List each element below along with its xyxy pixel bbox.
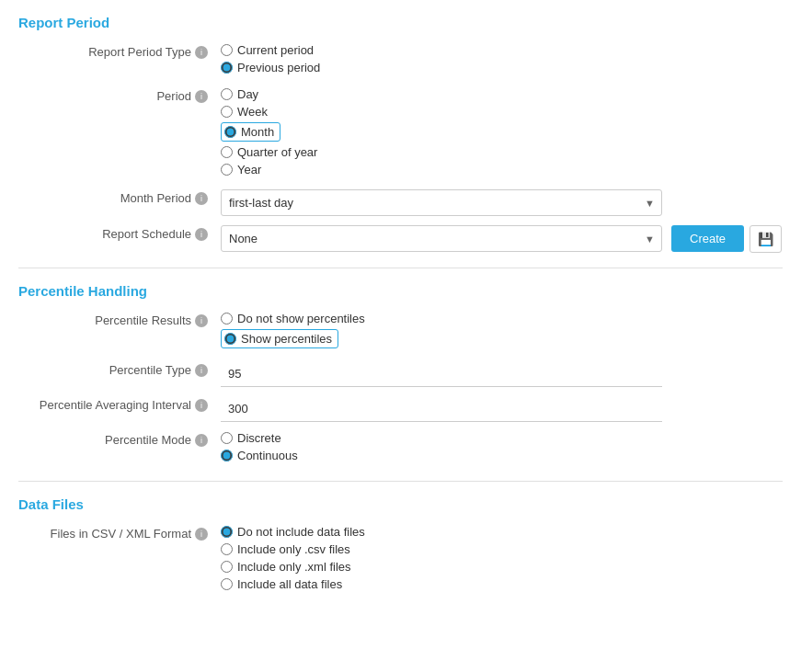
month-period-select[interactable]: first-last day first day only last day o…: [221, 189, 662, 216]
percentile-mode-label: Percentile Mode i: [18, 431, 221, 447]
day-option[interactable]: Day: [221, 87, 783, 101]
report-period-type-row: Report Period Type i Current period Prev…: [18, 43, 783, 78]
continuous-option[interactable]: Continuous: [221, 449, 783, 462]
month-period-select-wrapper: first-last day first day only last day o…: [221, 189, 662, 216]
current-period-radio[interactable]: [221, 44, 233, 56]
files-csv-xml-info-icon[interactable]: i: [195, 528, 208, 541]
report-period-title: Report Period: [18, 15, 783, 30]
day-label: Day: [237, 87, 258, 101]
no-percentiles-label: Do not show percentiles: [237, 312, 365, 325]
quarter-radio[interactable]: [221, 146, 233, 158]
show-percentiles-highlight-box: Show percentiles: [221, 329, 338, 348]
report-schedule-control: None Daily Weekly Monthly ▼ Create 💾: [221, 225, 783, 253]
xml-only-option[interactable]: Include only .xml files: [221, 560, 783, 574]
report-schedule-select[interactable]: None Daily Weekly Monthly: [221, 225, 662, 252]
quarter-option[interactable]: Quarter of year: [221, 145, 783, 159]
percentile-type-input[interactable]: [221, 361, 662, 387]
percentile-mode-row: Percentile Mode i Discrete Continuous: [18, 431, 783, 466]
continuous-radio[interactable]: [221, 450, 233, 461]
percentile-averaging-info-icon[interactable]: i: [195, 399, 208, 412]
schedule-button-row: None Daily Weekly Monthly ▼ Create 💾: [221, 225, 783, 253]
report-schedule-row: Report Schedule i None Daily Weekly Mont…: [18, 225, 783, 253]
files-csv-xml-row: Files in CSV / XML Format i Do not inclu…: [18, 525, 783, 595]
current-period-option[interactable]: Current period: [221, 43, 783, 57]
percentile-mode-info-icon[interactable]: i: [195, 434, 208, 447]
all-data-files-option[interactable]: Include all data files: [221, 577, 783, 591]
percentile-results-row: Percentile Results i Do not show percent…: [18, 312, 783, 352]
files-csv-xml-controls: Do not include data files Include only .…: [221, 525, 783, 595]
percentile-type-control: [221, 361, 783, 387]
discrete-option[interactable]: Discrete: [221, 431, 783, 445]
xml-only-label: Include only .xml files: [237, 560, 351, 574]
report-schedule-select-wrapper: None Daily Weekly Monthly ▼: [221, 225, 662, 252]
period-info-icon[interactable]: i: [195, 90, 208, 103]
month-option[interactable]: Month: [221, 122, 783, 142]
period-controls: Day Week Month Quarter of year: [221, 87, 783, 180]
percentile-handling-title: Percentile Handling: [18, 283, 783, 299]
files-csv-xml-label: Files in CSV / XML Format i: [18, 525, 221, 541]
xml-only-radio[interactable]: [221, 561, 233, 573]
report-schedule-label: Report Schedule i: [18, 225, 221, 241]
percentile-handling-section: Percentile Handling Percentile Results i…: [18, 283, 783, 466]
percentile-type-label: Percentile Type i: [18, 361, 221, 377]
page-wrapper: Report Period Report Period Type i Curre…: [0, 0, 801, 622]
all-data-files-label: Include all data files: [237, 577, 342, 591]
percentile-averaging-label: Percentile Averaging Interval i: [18, 396, 221, 412]
discrete-radio[interactable]: [221, 432, 233, 444]
month-label: Month: [241, 125, 274, 139]
show-percentiles-radio[interactable]: [224, 333, 236, 345]
previous-period-radio[interactable]: [221, 62, 233, 74]
floppy-disk-icon: 💾: [758, 232, 773, 246]
show-percentiles-label: Show percentiles: [241, 332, 332, 346]
percentile-results-info-icon[interactable]: i: [195, 314, 208, 327]
no-data-files-option[interactable]: Do not include data files: [221, 525, 783, 539]
month-radio[interactable]: [224, 126, 236, 138]
report-period-type-label: Report Period Type i: [18, 43, 221, 59]
discrete-label: Discrete: [237, 431, 281, 445]
report-period-type-info-icon[interactable]: i: [195, 46, 208, 59]
report-period-type-controls: Current period Previous period: [221, 43, 783, 78]
period-row: Period i Day Week Month: [18, 87, 783, 180]
data-files-section: Data Files Files in CSV / XML Format i D…: [18, 496, 783, 595]
csv-only-label: Include only .csv files: [237, 542, 350, 556]
week-label: Week: [237, 105, 268, 119]
divider-2: [18, 481, 783, 482]
period-label: Period i: [18, 87, 221, 103]
save-button[interactable]: 💾: [750, 225, 782, 253]
quarter-label: Quarter of year: [237, 145, 317, 159]
no-percentiles-radio[interactable]: [221, 313, 233, 325]
previous-period-label: Previous period: [237, 61, 320, 74]
csv-only-option[interactable]: Include only .csv files: [221, 542, 783, 556]
divider-1: [18, 268, 783, 268]
no-percentiles-option[interactable]: Do not show percentiles: [221, 312, 783, 325]
create-button[interactable]: Create: [671, 225, 744, 252]
day-radio[interactable]: [221, 88, 233, 100]
continuous-label: Continuous: [237, 449, 298, 462]
percentile-averaging-row: Percentile Averaging Interval i: [18, 396, 783, 422]
no-data-files-label: Do not include data files: [237, 525, 365, 539]
year-option[interactable]: Year: [221, 163, 783, 177]
percentile-results-controls: Do not show percentiles Show percentiles: [221, 312, 783, 352]
previous-period-option[interactable]: Previous period: [221, 61, 783, 74]
week-option[interactable]: Week: [221, 105, 783, 119]
month-highlight-box: Month: [221, 122, 280, 142]
year-label: Year: [237, 163, 261, 177]
percentile-type-row: Percentile Type i: [18, 361, 783, 387]
data-files-title: Data Files: [18, 496, 783, 512]
report-schedule-info-icon[interactable]: i: [195, 228, 208, 241]
percentile-results-label: Percentile Results i: [18, 312, 221, 327]
month-period-label: Month Period i: [18, 189, 221, 205]
year-radio[interactable]: [221, 164, 233, 176]
month-period-row: Month Period i first-last day first day …: [18, 189, 783, 216]
percentile-type-info-icon[interactable]: i: [195, 364, 208, 377]
month-period-info-icon[interactable]: i: [195, 192, 208, 205]
all-data-files-radio[interactable]: [221, 578, 233, 590]
no-data-files-radio[interactable]: [221, 526, 233, 538]
percentile-averaging-control: [221, 396, 783, 422]
current-period-label: Current period: [237, 43, 314, 57]
report-period-section: Report Period Report Period Type i Curre…: [18, 15, 783, 253]
show-percentiles-option[interactable]: Show percentiles: [221, 329, 783, 348]
percentile-averaging-input[interactable]: [221, 396, 662, 422]
week-radio[interactable]: [221, 106, 233, 118]
csv-only-radio[interactable]: [221, 543, 233, 555]
